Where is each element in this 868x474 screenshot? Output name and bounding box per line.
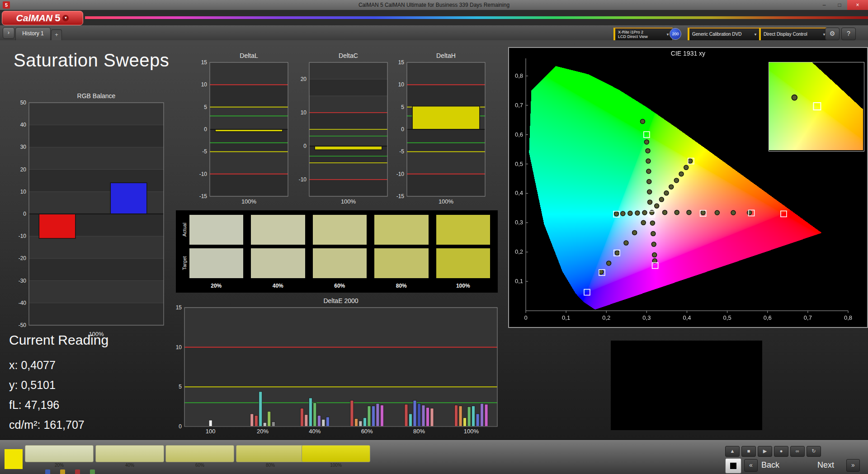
meter-dropdown[interactable]: X-Rite i1Pro 2 LCD Direct View ▼ (613, 28, 673, 41)
current-pattern-chip (5, 449, 23, 469)
taskbar-icon (75, 469, 80, 474)
current-reading-fl: fL: 47,196 (9, 395, 108, 415)
delta-c-chart: DeltaC20100-10100% (289, 51, 391, 207)
logo-version: 5 (55, 12, 60, 24)
pattern-window-button[interactable] (725, 458, 741, 474)
add-tab-button[interactable]: + (51, 29, 62, 40)
svg-text:0,6: 0,6 (515, 131, 523, 138)
source-dropdown-label: Generic Calibration DVD (692, 32, 751, 37)
svg-text:-50: -50 (19, 322, 27, 328)
help-button[interactable]: ? (841, 28, 856, 40)
svg-text:5: 5 (179, 384, 182, 390)
swatch-actual-60% (313, 215, 367, 245)
svg-text:0,7: 0,7 (804, 314, 812, 321)
taskbar-icon (45, 469, 50, 474)
pattern-swatch-100%[interactable]: 100% (302, 445, 370, 469)
swatch-actual-100% (436, 215, 490, 245)
display-control-dropdown[interactable]: Direct Display Control ▼ (759, 28, 829, 41)
next-button[interactable]: Next (817, 460, 834, 470)
pattern-square-icon (730, 463, 736, 469)
window-titlebar: 5 CalMAN 5 CalMAN Ultimate for Business … (0, 0, 868, 10)
cie-1931-chart-panel: CIE 1931 xy00,10,20,30,40,50,60,70,80,10… (508, 47, 868, 328)
toolbar: › History 1 + X-Rite i1Pro 2 LCD Direct … (0, 25, 868, 41)
play-button[interactable]: ▶ (758, 446, 772, 457)
delta-h-chart: DeltaH151050-5-10-15100% (387, 51, 489, 207)
swatch-col-label: 20% (189, 283, 243, 289)
calman-logo[interactable]: CalMAN5 ▼ (2, 11, 83, 25)
current-reading-heading: Current Reading (9, 332, 108, 348)
swatch-actual-20% (189, 215, 243, 245)
swatch-col-label: 100% (436, 283, 490, 289)
svg-text:0: 0 (23, 211, 26, 217)
swatch-col-label: 60% (313, 283, 367, 289)
swatch-target-20% (189, 248, 243, 278)
logo-brand: CalMAN (16, 13, 53, 24)
source-dropdown[interactable]: Generic Calibration DVD ▼ (688, 28, 760, 41)
pattern-swatch-label: 100% (302, 463, 370, 468)
taskbar-fragment (45, 469, 95, 474)
transport-controls: ▲■▶●∞↻ (725, 446, 821, 457)
window-controls: – □ × (816, 0, 868, 10)
tab-history-1[interactable]: History 1 (15, 27, 51, 40)
svg-text:0,4: 0,4 (515, 190, 523, 196)
svg-text:0: 0 (204, 126, 207, 133)
meter-status-badge: 200 (670, 28, 681, 40)
pattern-swatch-40%[interactable]: 40% (95, 445, 164, 469)
svg-text:-30: -30 (19, 278, 27, 284)
svg-text:DeltaE 2000: DeltaE 2000 (323, 297, 358, 304)
svg-text:15: 15 (176, 304, 182, 311)
pattern-swatch-color (302, 445, 370, 462)
loop-button[interactable]: ∞ (790, 446, 805, 457)
pattern-swatch-60%[interactable]: 60% (165, 445, 234, 469)
close-button[interactable]: × (847, 0, 868, 10)
taskbar-icon (60, 469, 65, 474)
pattern-swatch-80%[interactable]: 80% (236, 445, 305, 469)
svg-text:80%: 80% (413, 428, 425, 435)
svg-text:-10: -10 (199, 171, 208, 177)
page-title: Saturation Sweeps (14, 50, 169, 71)
swatch-target-100% (436, 248, 490, 278)
svg-text:20: 20 (301, 76, 307, 82)
display-control-dropdown-label: Direct Display Control (764, 32, 820, 37)
svg-text:0: 0 (524, 314, 527, 321)
svg-text:0,6: 0,6 (764, 314, 772, 321)
eject-button[interactable]: ▲ (725, 446, 740, 457)
record-button[interactable]: ● (774, 446, 788, 457)
swatch-actual-80% (374, 215, 428, 245)
svg-text:100: 100 (206, 428, 216, 435)
svg-text:0,7: 0,7 (515, 102, 523, 109)
skip-next-button[interactable]: » (846, 459, 860, 472)
settings-button[interactable]: ⚙ (825, 28, 840, 40)
refresh-button[interactable]: ↻ (807, 446, 821, 457)
pattern-swatch-color (236, 445, 305, 462)
pattern-swatch-color (95, 445, 164, 462)
swatch-row-label: Target (179, 248, 189, 278)
maximize-button[interactable]: □ (832, 0, 847, 10)
swatch-target-60% (313, 248, 367, 278)
svg-text:40: 40 (20, 122, 27, 128)
pattern-swatch-label: 40% (95, 463, 164, 468)
pattern-swatch-label: 20% (25, 463, 94, 468)
svg-text:0,4: 0,4 (683, 314, 691, 321)
svg-text:CIE 1931 xy: CIE 1931 xy (671, 50, 705, 57)
svg-text:40%: 40% (309, 428, 321, 435)
minimize-button[interactable]: – (816, 0, 832, 10)
svg-text:0,5: 0,5 (515, 161, 523, 167)
svg-text:-10: -10 (19, 233, 27, 239)
svg-text:10: 10 (398, 81, 405, 88)
pattern-swatch-color (165, 445, 234, 462)
svg-text:20: 20 (20, 166, 27, 173)
back-button[interactable]: Back (761, 460, 779, 470)
pattern-swatch-20%[interactable]: 20% (25, 445, 94, 469)
stop-button[interactable]: ■ (741, 446, 756, 457)
gear-icon: ⚙ (830, 30, 835, 37)
swatch-target-40% (251, 248, 305, 278)
svg-text:50: 50 (20, 100, 27, 106)
workflow-nav-button[interactable]: › (3, 27, 14, 39)
cie-inset-zoom (769, 62, 864, 152)
skip-back-button[interactable]: « (744, 459, 758, 472)
swatch-actual-40% (251, 215, 305, 245)
svg-text:15: 15 (201, 59, 208, 66)
svg-text:DeltaH: DeltaH (436, 52, 456, 59)
logo-dropdown-icon[interactable]: ▼ (62, 15, 69, 21)
